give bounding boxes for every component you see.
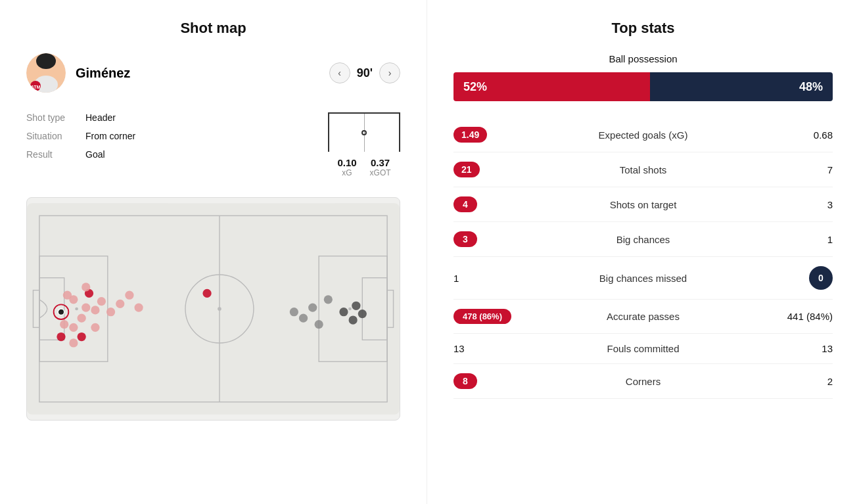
svg-point-41 — [299, 314, 308, 323]
shot-type-value: Header — [85, 112, 116, 123]
stat-left-value: 1 — [453, 273, 532, 284]
red-badge-left: 4 — [453, 196, 477, 212]
stat-row: 1Big chances missed0 — [453, 257, 833, 300]
stats-list: 1.49Expected goals (xG)0.6821Total shots… — [453, 118, 833, 399]
goal-visual: 0.10 xG 0.37 xGOT — [328, 112, 400, 177]
stat-row: 3Big chances1 — [453, 222, 833, 257]
stat-left-value: 478 (86%) — [453, 309, 532, 324]
avatar: ATM — [26, 53, 66, 93]
xgot-value: 0.37 — [370, 157, 391, 168]
possession-right: 48% — [650, 72, 833, 101]
svg-point-23 — [63, 291, 72, 300]
stat-row: 21Total shots7 — [453, 152, 833, 187]
svg-point-14 — [218, 307, 221, 311]
shot-info: Shot type Header Situation From corner R… — [26, 112, 302, 177]
stat-label: Accurate passes — [532, 311, 754, 322]
svg-point-26 — [69, 323, 78, 332]
svg-point-25 — [91, 306, 99, 314]
possession-left: 52% — [453, 72, 650, 101]
shot-type-label: Shot type — [26, 112, 76, 123]
stat-right-value: 7 — [754, 164, 833, 175]
next-button[interactable]: › — [379, 62, 400, 83]
situation-value: From corner — [85, 131, 135, 141]
svg-point-42 — [308, 303, 317, 311]
svg-point-32 — [91, 323, 99, 332]
stat-right-value: 0 — [754, 266, 833, 290]
top-stats-title: Top stats — [453, 20, 833, 37]
dark-badge-right: 0 — [809, 266, 833, 290]
stat-right-value: 2 — [754, 376, 833, 387]
svg-point-27 — [57, 332, 65, 341]
xg-stat: 0.10 xG — [337, 157, 356, 177]
stat-left-value: 13 — [453, 343, 532, 354]
xgot-stat: 0.37 xGOT — [370, 157, 391, 177]
pitch-svg — [27, 198, 400, 420]
red-badge-left: 8 — [453, 373, 477, 389]
nav-controls: ‹ 90' › — [329, 62, 400, 83]
svg-point-20 — [58, 309, 64, 315]
svg-point-29 — [97, 297, 106, 306]
possession-right-value: 48% — [799, 80, 823, 94]
svg-point-30 — [106, 308, 115, 316]
shot-position-indicator — [361, 130, 367, 135]
svg-point-37 — [125, 291, 133, 300]
red-badge-left: 1.49 — [453, 127, 487, 143]
possession-left-value: 52% — [463, 80, 487, 94]
stat-left-value: 1.49 — [453, 127, 532, 143]
xg-value: 0.10 — [337, 157, 356, 168]
goal-frame — [328, 112, 400, 152]
svg-point-35 — [60, 320, 68, 329]
result-value: Goal — [85, 149, 105, 160]
svg-point-48 — [358, 309, 367, 318]
stat-label: Big chances — [532, 234, 754, 245]
possession-title: Ball possession — [453, 53, 833, 64]
top-stats-panel: Top stats Ball possession 52% 48% 1.49Ex… — [427, 0, 859, 504]
stat-right-value: 3 — [754, 199, 833, 210]
stat-left-value: 4 — [453, 196, 532, 212]
shot-details: Shot type Header Situation From corner R… — [26, 112, 400, 177]
svg-point-46 — [349, 315, 358, 324]
red-badge-left: 21 — [453, 162, 480, 177]
svg-point-47 — [352, 302, 360, 310]
shot-type-row: Shot type Header — [26, 112, 302, 123]
svg-point-2 — [36, 53, 56, 69]
possession-section: Ball possession 52% 48% — [453, 53, 833, 101]
red-badge-left: 3 — [453, 231, 477, 247]
stat-row: 1.49Expected goals (xG)0.68 — [453, 118, 833, 152]
stat-label: Big chances missed — [532, 273, 754, 284]
svg-point-43 — [315, 320, 323, 329]
svg-point-34 — [78, 332, 86, 341]
stat-label: Fouls committed — [532, 343, 754, 354]
player-name: Giménez — [76, 66, 319, 81]
stat-left-value: 3 — [453, 231, 532, 247]
shot-map-pitch — [26, 197, 400, 421]
svg-point-24 — [78, 314, 86, 323]
situation-label: Situation — [26, 131, 76, 141]
stat-right-value: 1 — [754, 234, 833, 245]
svg-point-36 — [81, 283, 90, 291]
stat-label: Shots on target — [532, 199, 754, 210]
svg-point-39 — [202, 289, 211, 298]
stat-label: Corners — [532, 376, 754, 387]
svg-point-33 — [69, 338, 78, 347]
prev-button[interactable]: ‹ — [329, 62, 350, 83]
stat-right-value: 13 — [754, 343, 833, 354]
svg-point-15 — [75, 308, 78, 311]
stat-right-value: 441 (84%) — [754, 311, 833, 322]
stat-left-value: 21 — [453, 162, 532, 177]
goal-stats: 0.10 xG 0.37 xGOT — [337, 157, 390, 177]
stat-row: 4Shots on target3 — [453, 187, 833, 222]
shot-map-panel: Shot map ATM Giménez ‹ 90' › Shot type — [0, 0, 427, 504]
player-header: ATM Giménez ‹ 90' › — [26, 53, 400, 93]
result-row: Result Goal — [26, 149, 302, 160]
stat-right-value: 0.68 — [754, 129, 833, 141]
stat-row: 8Corners2 — [453, 364, 833, 399]
stat-row: 13Fouls committed13 — [453, 334, 833, 364]
svg-point-22 — [81, 303, 90, 311]
shot-map-title: Shot map — [26, 20, 400, 37]
situation-row: Situation From corner — [26, 131, 302, 141]
time-display: 90' — [357, 66, 373, 80]
svg-text:ATM: ATM — [31, 85, 41, 89]
svg-point-38 — [134, 303, 143, 311]
svg-point-31 — [116, 300, 124, 308]
